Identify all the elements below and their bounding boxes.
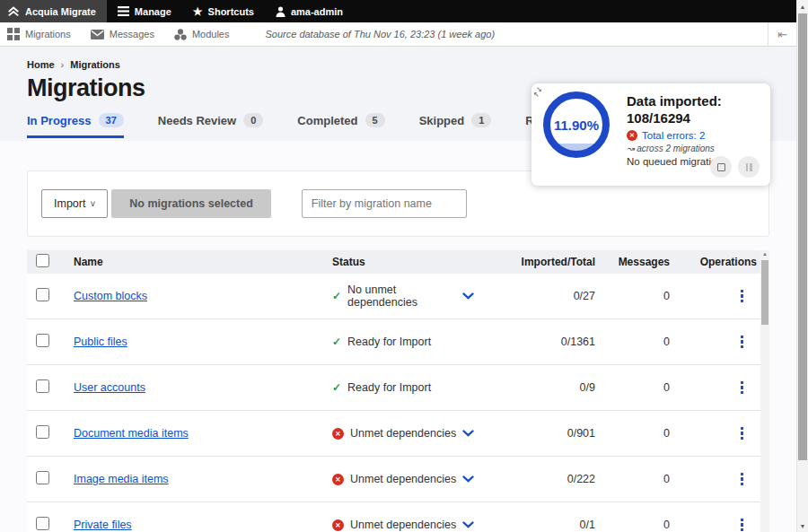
table-header-row: Name Status Imported/Total Messages Oper…: [27, 250, 760, 274]
migration-name-link[interactable]: Image media items: [74, 473, 169, 485]
row-checkbox[interactable]: [36, 379, 49, 393]
expand-chevron-icon[interactable]: [462, 475, 474, 483]
operations-kebab-icon[interactable]: [738, 333, 747, 352]
breadcrumb-home-link[interactable]: Home: [27, 59, 55, 70]
tab-label: Needs Review: [158, 114, 236, 127]
row-checkbox[interactable]: [36, 425, 49, 439]
header-imported-total: Imported/Total: [498, 256, 595, 268]
breadcrumb-current[interactable]: Migrations: [70, 59, 120, 70]
tab-needs-review[interactable]: Needs Review 0: [158, 113, 264, 138]
toolbar: Migrations Messages Modules Source datab…: [0, 22, 796, 47]
resize-handle-icon[interactable]: ↘ ↖: [536, 87, 542, 98]
migration-name-link[interactable]: Private files: [74, 519, 132, 531]
row-checkbox[interactable]: [36, 288, 49, 301]
table-row: User accounts ✓ Ready for Import 0/9 0: [27, 365, 760, 411]
shortcuts-label: Shortcuts: [208, 6, 254, 17]
table-scroll-up-icon[interactable]: ▲: [760, 251, 769, 257]
tab-count-badge: 5: [365, 113, 385, 127]
import-label: Import: [54, 197, 85, 210]
scroll-up-icon[interactable]: ▲: [797, 0, 808, 13]
messages-label: Messages: [110, 29, 154, 39]
messages-count: 0: [595, 519, 670, 531]
operations-kebab-icon[interactable]: [738, 424, 747, 443]
data-imported-count: 108/16294: [627, 109, 760, 126]
collapse-icon: ⇤: [777, 28, 787, 41]
modules-label: Modules: [192, 29, 230, 39]
migration-name-link[interactable]: User accounts: [74, 381, 145, 394]
toolbar-item-migrations[interactable]: Migrations: [7, 28, 71, 40]
migration-name-link[interactable]: Custom blocks: [74, 290, 147, 302]
status-icon: ✕: [332, 428, 344, 440]
stop-button[interactable]: [710, 156, 732, 178]
expand-chevron-icon[interactable]: [462, 521, 474, 528]
migration-name-link[interactable]: Public files: [74, 336, 127, 348]
tab-completed[interactable]: Completed 5: [297, 113, 384, 138]
status-icon: ✕: [332, 474, 344, 485]
tab-count-badge: 37: [99, 113, 124, 127]
page-scrollbar-thumb[interactable]: [798, 13, 807, 460]
messages-count: 0: [595, 336, 670, 348]
breadcrumb: Home › Migrations: [27, 59, 796, 70]
tab-count-badge: 1: [471, 113, 491, 127]
chevron-down-icon: ˅: [90, 199, 95, 209]
total-errors-label: Total errors: 2: [642, 130, 705, 141]
expand-chevron-icon[interactable]: [462, 430, 474, 437]
import-progress-widget: ↘ ↖ 11.90% Data imported: 108/16294 ✕ To…: [531, 83, 770, 186]
scroll-down-icon[interactable]: ▼: [797, 519, 808, 532]
across-arrow-icon: ↝: [627, 144, 637, 153]
viewport: Acquia Migrate Manage ★ Shortcuts ama-ad…: [0, 0, 796, 532]
table-row: Image media items ✕ Unmet dependencies 0…: [27, 457, 760, 502]
row-checkbox[interactable]: [36, 334, 49, 347]
resize-nw-arrow: ↖: [533, 92, 542, 98]
messages-count: 0: [595, 427, 670, 440]
tab-in-progress[interactable]: In Progress 37: [27, 113, 124, 138]
tab-label: In Progress: [27, 114, 92, 127]
source-database-note: Source database of Thu Nov 16, 23:23 (1 …: [265, 29, 495, 39]
widget-buttons: [710, 156, 760, 178]
status-text: Ready for Import: [347, 336, 431, 348]
collapse-toolbar-button[interactable]: ⇤: [768, 22, 796, 46]
operations-kebab-icon[interactable]: [738, 516, 747, 532]
acquia-migrate-brand[interactable]: Acquia Migrate: [0, 0, 107, 22]
migration-name-link[interactable]: Document media items: [74, 427, 189, 440]
modules-icon: [174, 29, 187, 40]
expand-chevron-icon[interactable]: [462, 292, 474, 300]
table-scrollbar-thumb[interactable]: [761, 260, 768, 325]
tab-skipped[interactable]: Skipped 1: [419, 113, 492, 138]
header-messages: Messages: [595, 256, 670, 268]
shortcuts-menu[interactable]: ★ Shortcuts: [182, 0, 265, 22]
migration-filter-input[interactable]: [302, 189, 467, 218]
status-icon: ✓: [332, 290, 341, 302]
operations-kebab-icon[interactable]: [738, 379, 747, 397]
user-menu[interactable]: ama-admin: [265, 0, 354, 22]
select-all-cell: [27, 254, 66, 270]
imported-total-value: 0/27: [498, 290, 595, 302]
toolbar-item-modules[interactable]: Modules: [174, 29, 230, 40]
table-row: Custom blocks ✓ No unmet dependencies 0/…: [27, 274, 760, 319]
tab-label: Completed: [297, 114, 357, 127]
migrations-label: Migrations: [25, 29, 71, 39]
table-scrollbar[interactable]: ▲: [760, 250, 769, 532]
table-body: Custom blocks ✓ No unmet dependencies 0/…: [27, 274, 760, 532]
status-text: Unmet dependencies: [350, 519, 456, 531]
header-status: Status: [332, 256, 462, 268]
grid-icon: [7, 28, 20, 40]
row-checkbox[interactable]: [36, 517, 49, 530]
status-text: Ready for Import: [347, 381, 431, 394]
import-dropdown-button[interactable]: Import ˅: [41, 189, 108, 218]
operations-kebab-icon[interactable]: [738, 287, 747, 306]
imported-total-value: 0/1361: [498, 336, 595, 348]
row-checkbox[interactable]: [36, 471, 49, 484]
page-scrollbar[interactable]: ▲ ▼: [796, 0, 808, 532]
operations-kebab-icon[interactable]: [738, 470, 747, 489]
user-icon: [276, 6, 285, 17]
pause-button[interactable]: [738, 156, 760, 178]
imported-total-value: 0/1: [498, 519, 595, 531]
total-errors-link[interactable]: ✕ Total errors: 2: [627, 130, 760, 141]
header-name: Name: [66, 256, 332, 268]
across-migrations-note: ↝ across 2 migrations: [627, 144, 760, 153]
manage-menu[interactable]: Manage: [107, 0, 182, 22]
toolbar-item-messages[interactable]: Messages: [91, 29, 154, 39]
messages-count: 0: [595, 473, 670, 485]
select-all-checkbox[interactable]: [36, 254, 49, 267]
